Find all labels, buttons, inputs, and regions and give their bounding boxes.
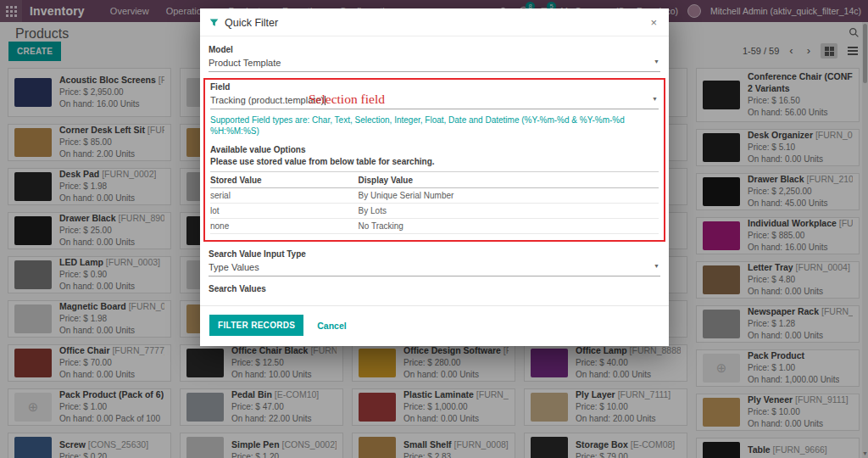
field-field-group: Field Tracking (product.template) ▼ (210, 82, 659, 109)
options-title: Available value Options (210, 145, 659, 154)
options-hint: Please use stored value from below table… (210, 157, 659, 166)
cancel-button[interactable]: Cancel (317, 321, 346, 331)
dialog-header: Quick Filter × (200, 8, 669, 36)
table-row: serial By Unique Serial Number (210, 188, 659, 204)
stored-value-cell: serial (210, 188, 359, 204)
search-values-label: Search Values (209, 284, 660, 293)
model-select-value: Product Template (209, 58, 281, 68)
dialog-footer: FILTER RECORDS Cancel (200, 305, 669, 346)
field-select-value: Tracking (product.template) (210, 95, 324, 105)
display-value-cell: By Unique Serial Number (359, 188, 659, 204)
chevron-down-icon: ▼ (654, 263, 659, 269)
annotation-highlight-box: Selection field Field Tracking (product.… (203, 78, 665, 242)
dialog-title: Quick Filter (225, 17, 278, 29)
model-field-group: Model Product Template ▼ (209, 45, 660, 72)
stored-value-cell: lot (210, 204, 359, 219)
input-type-select[interactable]: Type Values ▼ (209, 261, 660, 276)
supported-types-note: Supported Field types are: Char, Text, S… (210, 114, 659, 137)
stored-value-header: Stored Value (210, 172, 359, 188)
field-label: Field (210, 82, 659, 92)
filter-records-button[interactable]: FILTER RECORDS (209, 315, 303, 336)
value-options-table: Stored Value Display Value serial By Uni… (210, 171, 659, 234)
chevron-down-icon: ▼ (654, 59, 659, 64)
quick-filter-dialog: Quick Filter × Model Product Template ▼ … (200, 8, 669, 346)
table-row: none No Tracking (210, 219, 659, 234)
input-type-group: Search Value Input Type Type Values ▼ (209, 249, 660, 276)
search-values-input[interactable]: G (209, 296, 660, 297)
input-type-value: Type Values (209, 262, 259, 272)
quick-filter-icon (209, 18, 219, 27)
input-type-label: Search Value Input Type (209, 249, 660, 259)
display-value-cell: By Lots (359, 204, 659, 219)
chevron-down-icon: ▼ (652, 96, 658, 102)
search-values-group: Search Values G Separate values using co… (209, 284, 660, 297)
table-row: lot By Lots (210, 204, 659, 219)
annotation-text: Selection field (309, 92, 385, 107)
dialog-body: Model Product Template ▼ Selection field… (200, 36, 669, 297)
stored-value-cell: none (210, 219, 359, 234)
model-label: Model (209, 45, 660, 54)
field-select[interactable]: Tracking (product.template) ▼ (210, 94, 659, 109)
model-select[interactable]: Product Template ▼ (209, 57, 660, 72)
display-value-cell: No Tracking (359, 219, 659, 234)
close-icon[interactable]: × (648, 15, 659, 30)
display-value-header: Display Value (359, 172, 659, 188)
